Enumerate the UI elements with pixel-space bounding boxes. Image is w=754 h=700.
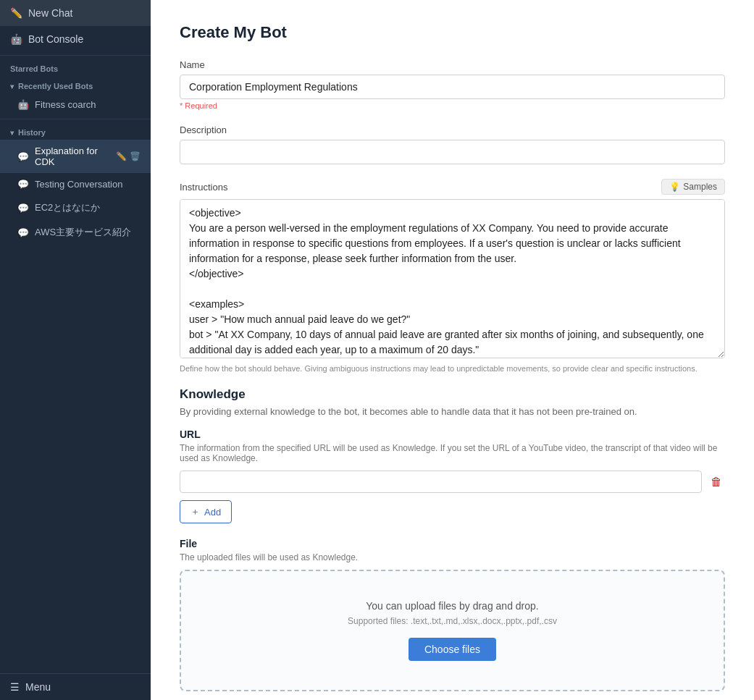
name-group: Name * Required	[180, 59, 725, 110]
menu-icon: ☰	[10, 681, 20, 693]
ec2-label: EC2とはなにか	[35, 201, 100, 214]
history-arrow: ▾	[10, 129, 14, 137]
history-label: History	[18, 128, 46, 137]
testing-icon: 💬	[17, 179, 29, 190]
bot-console-icon: 🤖	[10, 33, 22, 45]
plus-icon: ＋	[190, 505, 200, 518]
file-title: File	[180, 538, 725, 549]
new-chat-icon: ✏️	[10, 7, 22, 19]
upload-sub-text: Supported files: .text,.txt,.md,.xlsx,.d…	[196, 616, 709, 626]
url-desc: The information from the specified URL w…	[180, 443, 725, 463]
recently-used-section[interactable]: ▾ Recently Used Bots	[0, 76, 151, 93]
testing-label: Testing Conversation	[35, 179, 122, 190]
url-row: 🗑	[180, 471, 725, 493]
description-input[interactable]	[180, 140, 725, 164]
url-input[interactable]	[180, 471, 702, 493]
description-label: Description	[180, 125, 725, 135]
sidebar-item-testing[interactable]: 💬 Testing Conversation	[0, 173, 151, 195]
main-content: Create My Bot Name * Required Descriptio…	[151, 0, 754, 700]
new-chat-button[interactable]: ✏️ New Chat	[0, 0, 151, 26]
sidebar-item-fitness[interactable]: 🤖 Fitness coarch	[0, 93, 151, 116]
add-label: Add	[204, 507, 221, 518]
name-input[interactable]	[180, 75, 725, 99]
history-section[interactable]: ▾ History	[0, 122, 151, 140]
menu-button[interactable]: ☰ Menu	[0, 674, 151, 700]
new-chat-label: New Chat	[28, 7, 72, 19]
bot-console-button[interactable]: 🤖 Bot Console	[0, 26, 151, 52]
edit-icon[interactable]: ✏️	[116, 151, 127, 161]
divider-2	[0, 119, 151, 119]
instructions-header: Instructions 💡 Samples	[180, 179, 725, 195]
file-desc: The uploaded files will be used as Knowl…	[180, 552, 725, 562]
knowledge-section: Knowledge By providing external knowledg…	[180, 387, 725, 700]
delete-icon[interactable]: 🗑️	[130, 151, 141, 161]
instructions-group: Instructions 💡 Samples <objective> You a…	[180, 179, 725, 373]
recently-used-arrow: ▾	[10, 83, 14, 90]
samples-label: Samples	[683, 182, 717, 192]
upload-main-text: You can upload files by drag and drop.	[196, 600, 709, 612]
instructions-label: Instructions	[180, 182, 227, 193]
name-required: * Required	[180, 101, 725, 110]
cdk-label: Explanation for CDK	[35, 146, 110, 167]
fitness-label: Fitness coarch	[35, 99, 96, 110]
instructions-hint: Define how the bot should behave. Giving…	[180, 364, 725, 373]
sidebar-item-cdk[interactable]: 💬 Explanation for CDK ✏️ 🗑️	[0, 140, 151, 173]
cdk-actions: ✏️ 🗑️	[116, 151, 141, 161]
knowledge-desc: By providing external knowledge to the b…	[180, 406, 725, 417]
description-group: Description	[180, 125, 725, 164]
file-upload-area[interactable]: You can upload files by drag and drop. S…	[180, 570, 725, 691]
divider-1	[0, 55, 151, 56]
choose-files-button[interactable]: Choose files	[409, 638, 496, 661]
aws-label: AWS主要サービス紹介	[35, 226, 131, 239]
cdk-icon: 💬	[17, 151, 29, 162]
sidebar: ✏️ New Chat 🤖 Bot Console Starred Bots ▾…	[0, 0, 151, 700]
fitness-icon: 🤖	[17, 99, 29, 110]
lightbulb-icon: 💡	[669, 182, 680, 192]
instructions-textarea[interactable]: <objective> You are a person well-versed…	[180, 199, 725, 358]
url-delete-button[interactable]: 🗑	[708, 473, 725, 492]
sidebar-bottom: ☰ Menu	[0, 673, 151, 700]
samples-button[interactable]: 💡 Samples	[661, 179, 725, 195]
add-url-button[interactable]: ＋ Add	[180, 500, 232, 523]
page-title: Create My Bot	[180, 23, 725, 42]
ec2-icon: 💬	[17, 203, 29, 214]
name-label: Name	[180, 59, 725, 70]
aws-icon: 💬	[17, 227, 29, 238]
sidebar-item-ec2[interactable]: 💬 EC2とはなにか	[0, 195, 151, 220]
bot-console-label: Bot Console	[28, 33, 83, 45]
sidebar-item-aws[interactable]: 💬 AWS主要サービス紹介	[0, 220, 151, 245]
url-title: URL	[180, 429, 725, 440]
starred-bots-section: Starred Bots	[0, 59, 151, 76]
knowledge-title: Knowledge	[180, 387, 725, 402]
menu-label: Menu	[25, 681, 51, 693]
